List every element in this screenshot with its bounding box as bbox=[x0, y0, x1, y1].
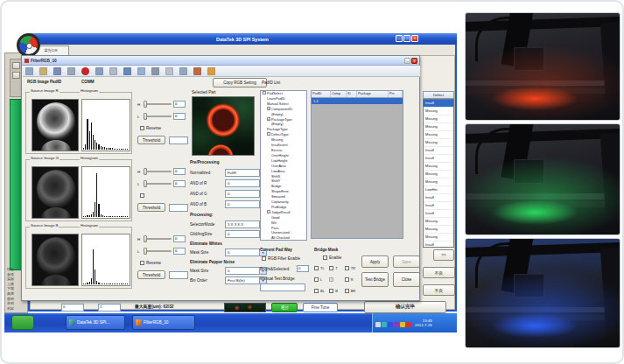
defect-row[interactable]: Missing bbox=[424, 139, 453, 147]
threshold-button[interactable]: Threshold bbox=[137, 203, 165, 212]
tray-icon-4[interactable] bbox=[394, 322, 399, 327]
start-button[interactable] bbox=[11, 315, 34, 330]
close-icon[interactable]: ✕ bbox=[411, 35, 418, 42]
defect-row[interactable]: Missing bbox=[424, 226, 453, 234]
main-titlebar[interactable]: DataTek 3D SPI System – □ ✕ bbox=[28, 33, 457, 45]
copy-icon[interactable] bbox=[67, 67, 75, 75]
bright-selected-value[interactable]: 0 bbox=[297, 265, 309, 272]
threshold-value[interactable] bbox=[169, 204, 188, 212]
layers-icon[interactable] bbox=[151, 67, 159, 75]
threshold-button[interactable]: Threshold bbox=[137, 270, 165, 279]
save-icon[interactable] bbox=[53, 67, 61, 75]
maximize-icon[interactable]: □ bbox=[403, 35, 410, 42]
defect-row[interactable]: Missing bbox=[424, 163, 453, 171]
snapshot-icon[interactable] bbox=[207, 67, 215, 75]
camera-icon[interactable] bbox=[95, 67, 103, 75]
defect-row[interactable]: Insuff bbox=[424, 147, 453, 155]
batch-ng-button[interactable]: 不良 bbox=[423, 284, 455, 296]
tray-icon-6[interactable] bbox=[406, 322, 411, 327]
taskbar-item-filter[interactable]: FilterRGB_10 bbox=[132, 315, 195, 330]
dialog-minimize-icon[interactable]: – bbox=[404, 58, 410, 64]
bridge-mask-cell-r[interactable]: R bbox=[345, 274, 360, 285]
test-bridge-button[interactable]: Test Bridge bbox=[361, 272, 389, 287]
padid-selected-row[interactable]: 1-1 bbox=[312, 98, 403, 104]
status-value-1[interactable]: 0 bbox=[61, 304, 84, 312]
tray-icon-5[interactable] bbox=[400, 322, 405, 327]
defect-row[interactable]: Missing bbox=[424, 178, 453, 186]
h-value[interactable]: 0 bbox=[173, 235, 186, 242]
confirm-complete-button[interactable]: 确认完毕 bbox=[364, 301, 446, 313]
tray-icon-3[interactable] bbox=[388, 322, 393, 327]
h-value[interactable]: 0 bbox=[173, 168, 186, 175]
rgb-camera-logo[interactable] bbox=[17, 33, 40, 57]
bridge-mask-cell-tl[interactable]: TL bbox=[314, 262, 329, 274]
l-slider[interactable] bbox=[144, 250, 172, 252]
search-icon[interactable] bbox=[109, 67, 117, 75]
bridge-mask-cell-t[interactable]: T bbox=[329, 262, 344, 274]
defect-row[interactable]: Missing bbox=[424, 116, 453, 123]
h-slider[interactable] bbox=[144, 103, 172, 105]
threshold-button[interactable]: Threshold bbox=[137, 136, 165, 144]
edit-icon[interactable] bbox=[179, 67, 187, 75]
measure-icon[interactable] bbox=[165, 67, 173, 75]
copy-rgb-setting-button[interactable]: Copy RGB Setting bbox=[213, 78, 267, 88]
h-slider[interactable] bbox=[144, 171, 172, 172]
h-slider[interactable] bbox=[144, 238, 172, 240]
close-button[interactable]: Close bbox=[393, 272, 420, 287]
padid-table-header[interactable]: PadIDCompIDPackagePin bbox=[312, 91, 403, 98]
defect-row[interactable]: Missing bbox=[424, 123, 453, 131]
pad-col-package[interactable]: Package bbox=[357, 91, 389, 97]
pad-col-pin[interactable]: Pin bbox=[389, 91, 403, 97]
record-icon[interactable] bbox=[81, 67, 89, 75]
pass-button[interactable]: 通过 bbox=[271, 303, 298, 312]
defect-row[interactable]: Insuff bbox=[424, 155, 453, 163]
tray-icon-1[interactable] bbox=[375, 322, 381, 327]
mini-toolbar-button-2[interactable] bbox=[12, 72, 20, 79]
tray-icon-2[interactable] bbox=[382, 322, 387, 327]
defect-row[interactable]: Insuff bbox=[424, 210, 453, 218]
defect-row[interactable]: Missing bbox=[424, 131, 453, 139]
taskbar-item-spi[interactable]: DataTek 3D SPI... bbox=[66, 315, 125, 330]
bridge-mask-cell-bl[interactable]: BL bbox=[314, 285, 329, 297]
tree-item-all-checked[interactable]: All Checked bbox=[261, 235, 306, 241]
defect-row[interactable]: Insuff bbox=[424, 202, 453, 210]
defect-row[interactable]: LowHei bbox=[424, 186, 453, 194]
manual-test-bridge-input[interactable] bbox=[260, 284, 305, 291]
status-value-2[interactable]: 1 bbox=[98, 304, 121, 312]
defect-row[interactable]: Insuff bbox=[424, 100, 453, 108]
mini-toolbar-button-1[interactable] bbox=[12, 62, 20, 69]
defect-row[interactable]: Missing bbox=[424, 108, 453, 116]
open-icon[interactable] bbox=[39, 67, 47, 75]
filter-icon[interactable] bbox=[25, 67, 33, 75]
defect-more-button[interactable]: >> bbox=[433, 249, 454, 261]
l-slider[interactable] bbox=[144, 116, 172, 117]
pad-col-id[interactable]: ID bbox=[347, 91, 357, 97]
bridge-mask-cell-l[interactable]: L bbox=[314, 274, 329, 285]
reverse-checkbox[interactable] bbox=[140, 193, 146, 199]
threshold-value[interactable] bbox=[169, 136, 188, 144]
defect-column-header[interactable]: Defect bbox=[423, 91, 454, 99]
bridge-mask-cell-tr[interactable]: TR bbox=[345, 262, 360, 274]
mark-ng-button[interactable]: 不良 bbox=[423, 267, 455, 278]
pad-col-padid[interactable]: PadID bbox=[312, 91, 331, 97]
defect-row[interactable]: Insuff bbox=[424, 242, 453, 248]
threshold-value[interactable] bbox=[169, 271, 188, 279]
dialog-titlebar[interactable]: FilterRGB_10 – ✕ bbox=[22, 56, 419, 66]
apply-button[interactable]: Apply bbox=[361, 256, 389, 268]
dialog-close-icon[interactable]: ✕ bbox=[411, 58, 417, 64]
bridge-mask-enable-checkbox[interactable]: Enable bbox=[323, 256, 341, 261]
defect-row[interactable]: Missing bbox=[424, 234, 453, 242]
minimize-icon[interactable]: – bbox=[396, 35, 403, 42]
pad-col-comp[interactable]: Comp bbox=[331, 91, 347, 97]
l-value[interactable]: 0 bbox=[173, 113, 186, 120]
reverse-checkbox[interactable]: Reverse bbox=[140, 126, 161, 131]
reverse-checkbox[interactable]: Reverse bbox=[140, 261, 161, 266]
rgb-filter-enable-checkbox[interactable]: RGB Filter Enable bbox=[262, 256, 300, 262]
palette-icon[interactable] bbox=[193, 67, 201, 75]
l-slider[interactable] bbox=[144, 183, 172, 185]
defect-row[interactable]: Missing bbox=[424, 171, 453, 178]
image-icon[interactable] bbox=[137, 67, 145, 75]
bridge-mask-cell-b[interactable]: B bbox=[329, 285, 344, 297]
grid-icon[interactable] bbox=[123, 67, 131, 75]
l-value[interactable]: 0 bbox=[173, 180, 186, 187]
